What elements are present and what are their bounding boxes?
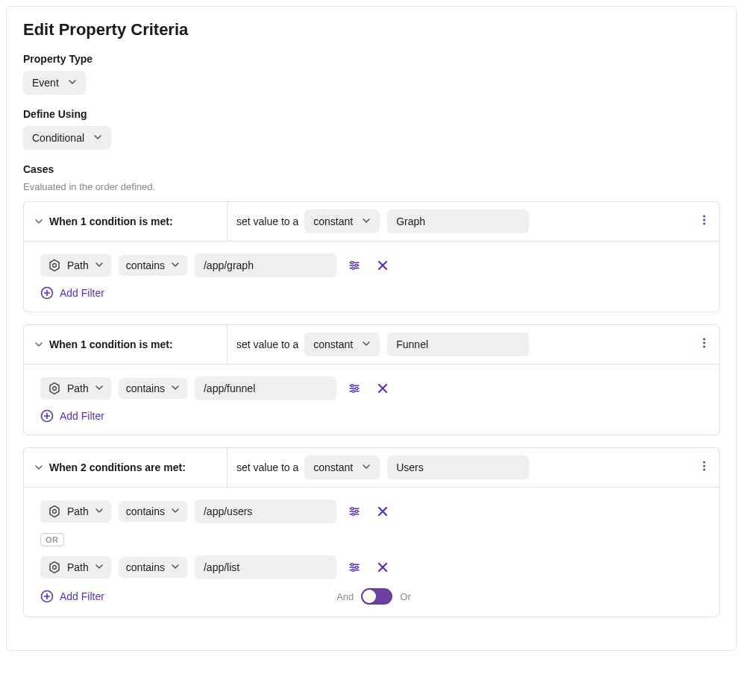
sliders-icon xyxy=(348,505,361,518)
chevron-down-icon xyxy=(68,77,77,89)
add-filter-button[interactable]: Add Filter xyxy=(40,286,104,300)
svg-point-16 xyxy=(703,468,705,470)
svg-point-4 xyxy=(355,264,357,266)
svg-point-12 xyxy=(352,390,354,392)
filter-value-input[interactable]: /app/graph xyxy=(195,253,336,277)
filter-field-select[interactable]: Path xyxy=(40,254,111,277)
property-type-select[interactable]: Event xyxy=(23,71,86,95)
case-when-label: When 2 conditions are met: xyxy=(49,461,227,473)
filter-operator-select[interactable]: contains xyxy=(119,501,187,522)
collapse-toggle[interactable] xyxy=(34,217,49,226)
remove-filter-button[interactable] xyxy=(372,255,393,276)
value-type-select[interactable]: constant xyxy=(304,209,380,233)
cases-label: Cases xyxy=(23,163,720,175)
close-icon xyxy=(377,259,389,271)
define-using-value: Conditional xyxy=(32,132,84,144)
set-value-prefix: set value to a xyxy=(236,461,298,473)
cases-header: Cases Evaluated in the order defined. xyxy=(23,163,720,192)
add-filter-button[interactable]: Add Filter xyxy=(40,590,104,603)
and-label: And xyxy=(336,591,354,602)
filter-settings-button[interactable] xyxy=(344,557,365,578)
svg-point-14 xyxy=(703,461,705,463)
chevron-down-icon xyxy=(171,382,180,394)
page-title: Edit Property Criteria xyxy=(23,20,720,40)
collapse-toggle[interactable] xyxy=(34,340,49,349)
filter-value-input[interactable]: /app/funnel xyxy=(195,376,336,400)
filter-field-select[interactable]: Path xyxy=(40,500,111,523)
case-value-input[interactable]: Graph xyxy=(387,209,529,233)
filter-settings-button[interactable] xyxy=(344,255,365,276)
toggle-knob xyxy=(363,590,376,603)
case-menu-button[interactable] xyxy=(695,457,713,478)
svg-point-11 xyxy=(355,387,357,389)
case-value-input[interactable]: Funnel xyxy=(387,332,529,356)
filter-value-input[interactable]: /app/users xyxy=(195,499,336,523)
filter-settings-button[interactable] xyxy=(344,501,365,522)
remove-filter-button[interactable] xyxy=(372,378,393,399)
case-header: When 2 conditions are met: set value to … xyxy=(24,448,719,488)
case-when-label: When 1 condition is met: xyxy=(49,338,227,350)
svg-point-22 xyxy=(352,569,354,571)
case-value-input[interactable]: Users xyxy=(387,455,529,479)
svg-point-3 xyxy=(351,262,353,264)
chevron-down-icon xyxy=(171,259,180,271)
svg-point-21 xyxy=(355,566,357,568)
filter-operator-text: contains xyxy=(126,382,165,394)
dots-vertical-icon xyxy=(698,214,710,226)
case-menu-button[interactable] xyxy=(695,334,713,355)
and-or-toggle[interactable] xyxy=(361,588,392,605)
svg-point-10 xyxy=(351,385,353,387)
chevron-down-icon xyxy=(95,561,104,573)
plus-circle-icon xyxy=(40,286,54,300)
filter-operator-select[interactable]: contains xyxy=(119,378,187,399)
filter-field-select[interactable]: Path xyxy=(40,377,111,400)
collapse-toggle[interactable] xyxy=(34,463,49,472)
filter-value-text: /app/list xyxy=(204,561,239,573)
filter-operator-select[interactable]: contains xyxy=(119,557,187,578)
svg-point-18 xyxy=(355,510,357,512)
sliders-icon xyxy=(348,382,361,395)
sliders-icon xyxy=(348,259,361,272)
svg-point-20 xyxy=(351,564,353,566)
case-card: When 1 condition is met: set value to a … xyxy=(23,201,720,312)
set-value-prefix: set value to a xyxy=(236,338,298,350)
property-type-block: Property Type Event xyxy=(23,53,720,95)
filter-value-text: /app/funnel xyxy=(204,382,255,394)
svg-point-17 xyxy=(351,508,353,510)
filter-operator-select[interactable]: contains xyxy=(119,255,187,276)
remove-filter-button[interactable] xyxy=(372,557,393,578)
chevron-down-icon xyxy=(93,132,102,144)
event-property-icon xyxy=(48,259,61,272)
edit-property-panel: Edit Property Criteria Property Type Eve… xyxy=(6,6,737,651)
filter-field-text: Path xyxy=(67,505,89,517)
remove-filter-button[interactable] xyxy=(372,501,393,522)
svg-point-19 xyxy=(352,513,354,515)
vertical-divider xyxy=(227,202,228,241)
case-value-text: Funnel xyxy=(396,338,428,350)
plus-circle-icon xyxy=(40,590,54,603)
chevron-down-icon xyxy=(34,463,43,472)
value-type-text: constant xyxy=(313,215,353,227)
value-type-select[interactable]: constant xyxy=(304,455,380,479)
value-type-text: constant xyxy=(313,338,353,350)
chevron-down-icon xyxy=(171,505,180,517)
filter-value-input[interactable]: /app/list xyxy=(195,555,336,579)
case-header: When 1 condition is met: set value to a … xyxy=(24,202,719,242)
filter-operator-text: contains xyxy=(126,505,165,517)
dots-vertical-icon xyxy=(698,460,710,472)
close-icon xyxy=(377,505,389,517)
value-type-select[interactable]: constant xyxy=(304,332,380,356)
filter-field-select[interactable]: Path xyxy=(40,556,111,578)
dots-vertical-icon xyxy=(698,337,710,349)
filter-settings-button[interactable] xyxy=(344,378,365,399)
chevron-down-icon xyxy=(171,561,180,573)
define-using-select[interactable]: Conditional xyxy=(23,126,111,150)
add-filter-button[interactable]: Add Filter xyxy=(40,409,104,423)
property-type-value: Event xyxy=(32,77,59,89)
filter-operator-text: contains xyxy=(126,259,165,271)
case-card: When 2 conditions are met: set value to … xyxy=(23,447,720,617)
or-badge: OR xyxy=(40,533,64,546)
event-property-icon xyxy=(48,505,61,518)
or-label: Or xyxy=(400,591,410,602)
case-menu-button[interactable] xyxy=(695,211,713,232)
